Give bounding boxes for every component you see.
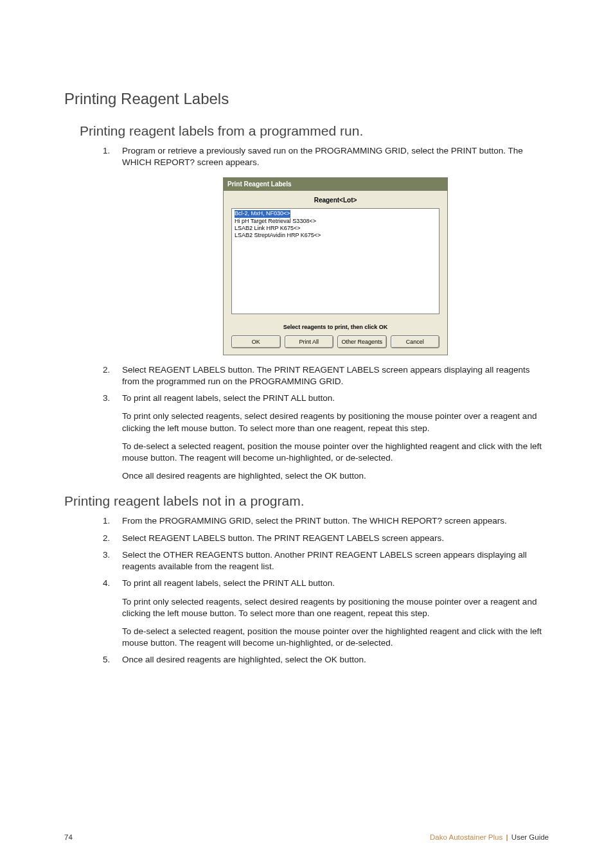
list-item: To print all reagent labels, select the … [103, 578, 549, 649]
list-item: Program or retrieve a previously saved r… [103, 145, 549, 355]
dialog-button-row: OK Print All Other Reagents Cancel [231, 335, 440, 348]
reagent-item[interactable]: LSAB2 StreptAvidin HRP K675<> [235, 232, 436, 239]
list-item-para: To de-select a selected reagent, positio… [122, 441, 549, 464]
footer-brand: Dako Autostainer Plus [430, 833, 502, 841]
list-item: Select REAGENT LABELS button. The PRINT … [103, 533, 549, 544]
section1-title: Printing reagent labels from a programme… [80, 123, 549, 139]
list-item-text: To print all reagent labels, select the … [122, 393, 335, 403]
list-item-para: To print only selected reagents, select … [122, 596, 549, 619]
list-item: From the PROGRAMMING GRID, select the PR… [103, 515, 549, 527]
footer-separator: | [504, 833, 510, 841]
section2-title: Printing reagent labels not in a program… [64, 493, 549, 509]
footer-suffix: User Guide [511, 833, 549, 841]
dialog-body: Reagent<Lot> Bcl-2, MxH, NF030<> Hi pH T… [224, 191, 447, 355]
list-item-para: Once all desired reagents are highlighte… [122, 470, 549, 482]
reagent-listbox[interactable]: Bcl-2, MxH, NF030<> Hi pH Target Retriev… [231, 208, 440, 314]
list-item-para: To print only selected reagents, select … [122, 411, 549, 434]
list-item: To print all reagent labels, select the … [103, 393, 549, 482]
list-item-text: To print all reagent labels, select the … [122, 578, 335, 588]
list-item-text: Select the OTHER REAGENTS button. Anothe… [122, 550, 527, 571]
section1-list: Program or retrieve a previously saved r… [103, 145, 549, 482]
cancel-button[interactable]: Cancel [391, 335, 440, 348]
page-number: 74 [64, 833, 73, 841]
reagent-item[interactable]: LSAB2 Link HRP K675<> [235, 225, 436, 232]
reagent-item[interactable]: Hi pH Target Retrieval S3308<> [235, 218, 436, 225]
dialog-column-header: Reagent<Lot> [231, 196, 440, 209]
list-item: Select the OTHER REAGENTS button. Anothe… [103, 549, 549, 572]
other-reagents-button[interactable]: Other Reagents [337, 335, 387, 348]
dialog: Print Reagent Labels Reagent<Lot> Bcl-2,… [223, 177, 448, 355]
footer-right: Dako Autostainer Plus | User Guide [430, 833, 549, 841]
list-item-text: From the PROGRAMMING GRID, select the PR… [122, 516, 507, 526]
list-item: Select REAGENT LABELS button. The PRINT … [103, 364, 549, 387]
list-item-text: Program or retrieve a previously saved r… [122, 146, 523, 167]
page-heading: Printing Reagent Labels [64, 90, 549, 108]
list-item-para: To de-select a selected reagent, positio… [122, 626, 549, 649]
list-item: Once all desired reagents are highlighte… [103, 654, 549, 666]
dialog-instruction: Select reagents to print, then click OK [231, 323, 440, 331]
print-all-button[interactable]: Print All [285, 335, 334, 348]
list-item-text: Once all desired reagents are highlighte… [122, 655, 366, 664]
dialog-titlebar: Print Reagent Labels [224, 178, 447, 191]
list-item-text: Select REAGENT LABELS button. The PRINT … [122, 533, 444, 543]
section2-list: From the PROGRAMMING GRID, select the PR… [103, 515, 549, 666]
list-item-text: Select REAGENT LABELS button. The PRINT … [122, 365, 530, 386]
page-footer: 74 Dako Autostainer Plus | User Guide [64, 833, 549, 841]
reagent-item[interactable]: Bcl-2, MxH, NF030<> [235, 210, 290, 217]
ok-button[interactable]: OK [231, 335, 281, 348]
dialog-screenshot: Print Reagent Labels Reagent<Lot> Bcl-2,… [223, 177, 448, 355]
